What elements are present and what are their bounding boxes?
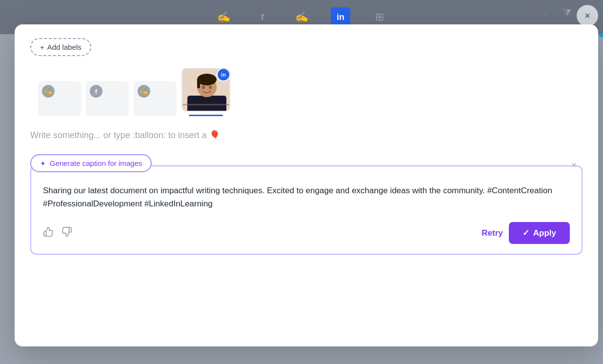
feedback-icons — [43, 226, 72, 240]
linkedin-bg-icon: in — [331, 7, 350, 27]
dots-icon: ··· — [538, 10, 547, 19]
modal-close-button[interactable]: × — [577, 5, 598, 26]
feather-thumbnail-1: ✍ — [38, 81, 81, 116]
feather-platform-1[interactable]: ✍ — [38, 81, 81, 116]
feather-platform-2[interactable]: ✍ — [134, 81, 177, 116]
generate-caption-label: Generate caption for images — [50, 159, 142, 167]
caption-text: Sharing our latest document on impactful… — [43, 184, 570, 210]
apply-button[interactable]: ✓ Apply — [509, 222, 570, 244]
facebook-platform[interactable]: f — [86, 81, 129, 116]
apply-check-icon: ✓ — [523, 228, 529, 238]
svg-rect-7 — [182, 104, 230, 105]
svg-rect-4 — [197, 79, 200, 88]
linkedin-thumbnail: in — [181, 68, 230, 112]
grid-bg-icon: ⊞ — [370, 7, 389, 27]
caption-actions: Retry ✓ Apply — [43, 222, 570, 244]
sparkle-icon: ✦ — [40, 160, 46, 167]
svg-point-6 — [209, 86, 212, 89]
feather-badge-1: ✍ — [42, 85, 55, 98]
teal-bar — [599, 34, 603, 37]
write-placeholder[interactable]: Write something... or type :balloon: to … — [30, 130, 583, 141]
platforms-row: ✍ f ✍ — [38, 68, 583, 116]
facebook-bg-icon: f — [253, 7, 272, 27]
feather-badge-2: ✍ — [138, 85, 150, 98]
post-composer-modal: + Add labels ✍ f ✍ — [15, 24, 598, 346]
feather-bg-icon-2: ✍ — [292, 7, 311, 27]
thumbs-up-button[interactable] — [43, 226, 54, 240]
caption-box: × Sharing our latest document on impactf… — [30, 165, 583, 255]
facebook-thumbnail: f — [86, 81, 129, 116]
linkedin-underline — [189, 115, 223, 116]
feather-thumbnail-2: ✍ — [134, 81, 177, 116]
generate-caption-section: ✦ Generate caption for images × Sharing … — [30, 154, 583, 255]
linkedin-platform[interactable]: in — [181, 68, 230, 116]
linkedin-badge: in — [217, 68, 230, 81]
svg-point-5 — [202, 86, 205, 89]
add-labels-button[interactable]: + Add labels — [30, 38, 91, 56]
close-caption-button[interactable]: × — [571, 160, 577, 170]
apply-label: Apply — [533, 228, 556, 238]
facebook-badge: f — [90, 85, 102, 98]
thumbs-down-button[interactable] — [61, 226, 72, 240]
svg-rect-1 — [187, 96, 226, 112]
generate-caption-button[interactable]: ✦ Generate caption for images — [30, 154, 152, 172]
retry-button[interactable]: Retry — [482, 228, 502, 238]
filter-icon: ⧩ — [563, 7, 571, 19]
plus-icon: + — [40, 43, 44, 51]
feather-bg-icon-1: ✍ — [214, 7, 233, 27]
add-labels-label: Add labels — [47, 43, 81, 51]
caption-right-actions: Retry ✓ Apply — [482, 222, 570, 244]
